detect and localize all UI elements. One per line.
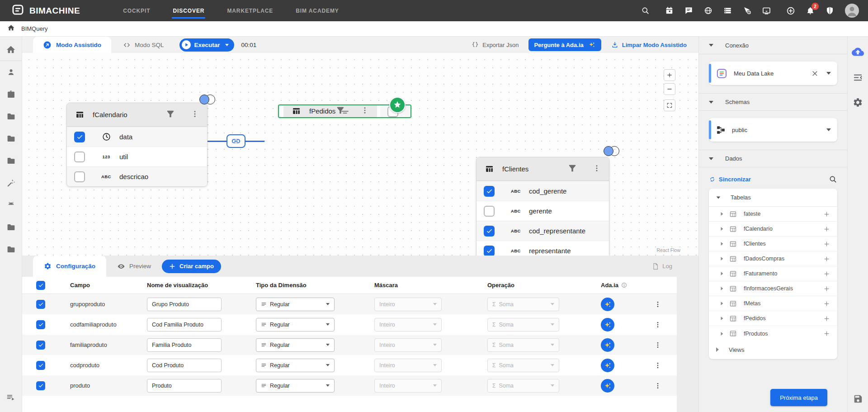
caret-right-icon[interactable]	[721, 302, 723, 305]
row-menu-icon[interactable]	[654, 382, 677, 389]
field-checkbox-checked[interactable]	[484, 186, 495, 197]
zoom-out-button[interactable]	[664, 83, 675, 95]
settings-gear-icon[interactable]	[853, 97, 863, 108]
caret-right-icon[interactable]	[721, 227, 723, 231]
chat-icon[interactable]	[684, 6, 693, 15]
fcalendario-header[interactable]: fCalendario	[67, 103, 207, 127]
nav-item-marketplace[interactable]: MARKETPLACE	[216, 0, 284, 21]
field-row[interactable]: data	[67, 127, 207, 147]
caret-right-icon[interactable]	[721, 317, 723, 320]
display-name-input[interactable]	[147, 338, 222, 352]
views-group[interactable]: Views	[709, 341, 837, 358]
ada-ia-button[interactable]	[601, 318, 614, 331]
next-step-button[interactable]: Próxima etapa	[770, 389, 827, 406]
row-checkbox[interactable]	[36, 320, 45, 329]
nav-item-cockpit[interactable]: COCKPIT	[112, 0, 161, 21]
row-menu-icon[interactable]	[654, 301, 677, 308]
field-checkbox-unchecked[interactable]	[74, 171, 85, 182]
display-name-input[interactable]	[147, 318, 222, 331]
field-row[interactable]: 123 util	[67, 147, 207, 166]
add-table-icon[interactable]	[823, 226, 830, 232]
globe-icon[interactable]	[704, 6, 712, 15]
add-table-icon[interactable]	[823, 270, 830, 277]
row-checkbox[interactable]	[36, 381, 45, 390]
dimension-type-select[interactable]: Regular	[256, 379, 335, 393]
add-table-icon[interactable]	[823, 285, 830, 292]
folder-nav-icon-1[interactable]	[0, 105, 22, 128]
dimension-type-select[interactable]: Regular	[256, 318, 335, 331]
field-checkbox-checked[interactable]	[484, 246, 495, 256]
section-dados[interactable]: Dados	[699, 150, 847, 167]
dimension-type-select[interactable]: Regular	[256, 359, 335, 372]
storage-icon[interactable]	[723, 6, 732, 15]
tab-configuracao[interactable]: Configuração	[33, 256, 106, 277]
section-conexao[interactable]: Conexão	[699, 37, 847, 54]
field-row[interactable]: ABC cod_gerente	[476, 181, 609, 201]
ask-ada-button[interactable]: Pergunte à Ada.ia	[528, 38, 601, 51]
table-list-item[interactable]: fClientes	[709, 237, 837, 251]
cloud-upload-icon[interactable]	[852, 46, 864, 58]
clear-assist-button[interactable]: Limpar Modo Assistido	[611, 41, 687, 48]
table-list-item[interactable]: fDadosCompras	[709, 251, 837, 266]
kebab-menu-icon[interactable]	[191, 110, 199, 120]
row-checkbox[interactable]	[36, 361, 45, 370]
nav-item-discover[interactable]: DISCOVER	[161, 0, 216, 21]
table-list-item[interactable]: fProdutos	[709, 326, 837, 341]
add-table-icon[interactable]	[823, 256, 830, 262]
table-node-fclientes[interactable]: fClientes ABC cod_gerente ABC ge	[476, 157, 609, 256]
join-type-badge-fcalendario[interactable]	[199, 95, 216, 105]
ada-ia-button[interactable]	[601, 298, 614, 311]
add-table-icon[interactable]	[823, 330, 830, 337]
zoom-in-button[interactable]	[664, 69, 675, 81]
fclientes-header[interactable]: fClientes	[476, 157, 609, 181]
user-nav-icon[interactable]	[0, 61, 22, 83]
fit-view-button[interactable]	[664, 99, 675, 111]
fpedidos-header[interactable]: fPedidos	[283, 104, 377, 118]
query-canvas[interactable]: fCalendario data 123 util	[22, 53, 698, 256]
log-button[interactable]: Log	[652, 256, 672, 277]
field-row[interactable]: ABC representante	[476, 241, 609, 256]
add-table-icon[interactable]	[823, 211, 830, 218]
execute-dropdown-caret[interactable]	[225, 44, 229, 46]
home-icon[interactable]	[7, 24, 15, 33]
field-checkbox-unchecked[interactable]	[484, 206, 495, 217]
primary-table-star-badge[interactable]	[389, 97, 406, 113]
add-circle-icon[interactable]	[786, 6, 795, 15]
field-row[interactable]: ABC cod_representante	[476, 221, 609, 241]
display-name-input[interactable]	[147, 298, 222, 311]
robot-nav-icon[interactable]	[0, 194, 22, 216]
search-tables-icon[interactable]	[829, 175, 837, 184]
select-all-checkbox[interactable]	[36, 281, 45, 290]
info-icon[interactable]	[621, 282, 627, 288]
shield-icon[interactable]	[826, 6, 834, 15]
chevron-down-icon[interactable]	[826, 72, 831, 75]
collapse-panel-icon[interactable]	[853, 72, 863, 83]
node-resize-handle[interactable]	[341, 109, 349, 116]
table-list-item[interactable]: fCalendario	[709, 222, 837, 237]
filter-icon[interactable]	[567, 163, 577, 175]
tab-modo-assistido[interactable]: Modo Assistido	[33, 37, 111, 53]
table-node-fcalendario[interactable]: fCalendario data 123 util	[66, 103, 208, 187]
table-list-item[interactable]: fPedidos	[709, 311, 837, 326]
ada-ia-button[interactable]	[601, 338, 614, 352]
field-row[interactable]: ABC gerente	[476, 201, 609, 221]
chevron-down-icon[interactable]	[826, 128, 831, 131]
section-schemas[interactable]: Schemas	[699, 93, 847, 111]
display-name-input[interactable]	[147, 379, 222, 393]
schema-card[interactable]: public	[709, 118, 837, 142]
save-icon[interactable]	[853, 394, 863, 404]
dimension-type-select[interactable]: Regular	[256, 298, 335, 311]
folder-nav-icon-3[interactable]	[0, 150, 22, 172]
ada-ia-button[interactable]	[601, 359, 614, 372]
tab-modo-sql[interactable]: Modo SQL	[111, 37, 176, 53]
add-table-icon[interactable]	[823, 300, 830, 307]
folder-nav-icon-5[interactable]	[0, 238, 22, 260]
filter-icon[interactable]	[165, 109, 175, 121]
caret-right-icon[interactable]	[721, 212, 723, 216]
pointer-history-icon[interactable]	[743, 6, 751, 15]
create-field-button[interactable]: Criar campo	[162, 260, 221, 273]
export-json-button[interactable]: Exportar Json	[472, 41, 519, 48]
dimension-type-select[interactable]: Regular	[256, 338, 335, 352]
tabelas-group[interactable]: Tabelas	[709, 189, 837, 207]
add-table-icon[interactable]	[823, 241, 830, 247]
